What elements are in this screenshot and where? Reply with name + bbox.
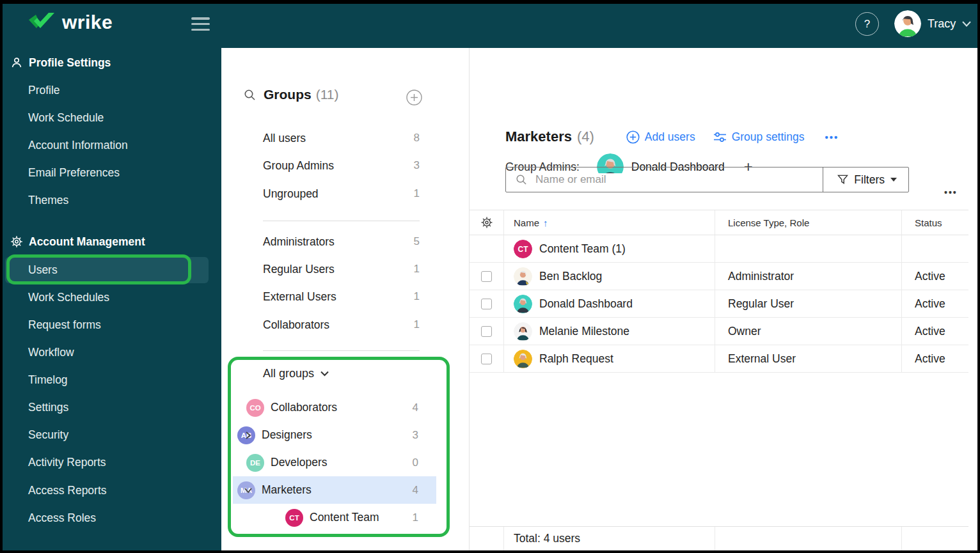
help-icon: ?: [864, 18, 870, 31]
divider: [263, 350, 420, 351]
divider: [263, 221, 420, 221]
sidebar-item-request-forms[interactable]: Request forms: [28, 311, 101, 338]
section-title: Profile Settings: [29, 56, 111, 70]
gear-icon: [10, 235, 23, 248]
group-settings-button[interactable]: Group settings: [713, 130, 805, 144]
sidebar-item-users[interactable]: Users: [28, 256, 58, 283]
table-header: Name ↑ License Type, Role Status: [470, 210, 968, 235]
groups-title: Groups: [264, 87, 312, 102]
chevron-down-icon: [320, 371, 329, 377]
sidebar-item-security[interactable]: Security: [28, 421, 68, 448]
group-row-content-team[interactable]: CT Content Team 1: [233, 504, 436, 531]
sidebar-item-account-information[interactable]: Account Information: [28, 132, 128, 159]
sidebar-item-access-roles[interactable]: Access Roles: [28, 504, 96, 531]
list-item-group-admins[interactable]: Group Admins 3: [263, 152, 420, 179]
list-item-external-users[interactable]: External Users 1: [263, 283, 420, 310]
sidebar: Profile Settings Profile Work Schedule A…: [0, 48, 221, 553]
sort-ascending-icon: ↑: [543, 217, 548, 228]
status-value: Active: [915, 270, 945, 283]
table-row-ben-backlog[interactable]: Ben Backlog Administrator Active: [470, 263, 968, 290]
sidebar-section-profile-settings: Profile Settings: [10, 49, 111, 76]
chevron-down-icon[interactable]: [244, 486, 253, 495]
group-avatar-content-team: CT: [514, 240, 532, 258]
header-more-button[interactable]: •••: [825, 132, 839, 143]
caret-down-icon: [890, 178, 897, 182]
group-row-collaborators[interactable]: CO Collaborators 4: [233, 394, 436, 421]
search-icon: [516, 174, 527, 185]
menu-hamburger-icon[interactable]: [191, 17, 210, 31]
row-checkbox[interactable]: [481, 354, 492, 364]
search-icon[interactable]: [244, 89, 256, 101]
member-count: (4): [577, 129, 594, 145]
users-table: Name ↑ License Type, Role Status CT Cont…: [470, 210, 968, 373]
table-row-melanie-milestone[interactable]: Melanie Milestone Owner Active: [470, 318, 968, 345]
table-footer: Total: 4 users: [470, 526, 968, 550]
user-name: Tracy: [928, 17, 956, 31]
chevron-down-icon: [962, 21, 971, 27]
group-row-marketers[interactable]: MA Marketers 4: [233, 476, 436, 504]
all-groups-dropdown[interactable]: All groups: [263, 360, 329, 387]
table-row-content-team[interactable]: CT Content Team (1): [470, 235, 968, 263]
main-panel: Marketers (4) Add users Group settings •…: [470, 48, 980, 553]
chevron-right-icon[interactable]: [244, 431, 253, 440]
user-avatar: [514, 267, 532, 286]
status-value: Active: [915, 352, 945, 366]
group-row-developers[interactable]: DE Developers 0: [233, 449, 436, 476]
add-group-icon[interactable]: [406, 90, 422, 105]
list-item-collaborators-role[interactable]: Collaborators 1: [263, 311, 420, 338]
add-users-button[interactable]: Add users: [626, 130, 695, 144]
user-avatar: [514, 350, 532, 368]
sidebar-item-timelog[interactable]: Timelog: [28, 366, 68, 393]
status-value: Active: [915, 325, 945, 338]
column-settings-gear-icon[interactable]: [480, 216, 493, 229]
person-icon: [10, 56, 23, 69]
user-avatar: [514, 295, 532, 313]
help-button[interactable]: ?: [855, 12, 879, 36]
svg-text:DE: DE: [250, 459, 260, 467]
row-checkbox[interactable]: [481, 271, 492, 282]
list-item-regular-users[interactable]: Regular Users 1: [263, 256, 420, 283]
user-menu[interactable]: Tracy: [894, 10, 971, 37]
table-row-ralph-request[interactable]: Ralph Request External User Active: [470, 345, 968, 373]
svg-text:CO: CO: [249, 404, 260, 412]
page-title: Marketers: [505, 129, 572, 145]
column-header-license[interactable]: License Type, Role: [715, 210, 902, 235]
column-header-name[interactable]: Name ↑: [504, 210, 715, 235]
search-input[interactable]: [535, 173, 823, 186]
sidebar-item-activity-reports[interactable]: Activity Reports: [28, 449, 106, 476]
column-header-status[interactable]: Status: [902, 210, 968, 235]
user-avatar: [514, 322, 532, 341]
total-users: Total: 4 users: [514, 532, 580, 545]
wrike-logo[interactable]: wrike: [28, 11, 113, 34]
groups-count: (11): [316, 87, 339, 102]
table-more-button[interactable]: •••: [944, 187, 958, 198]
sidebar-item-access-reports[interactable]: Access Reports: [28, 477, 107, 504]
svg-text:CT: CT: [518, 244, 529, 253]
list-item-ungrouped[interactable]: Ungrouped 1: [263, 180, 420, 207]
sidebar-item-work-schedule[interactable]: Work Schedule: [28, 104, 104, 131]
sidebar-item-settings[interactable]: Settings: [28, 394, 68, 421]
list-item-all-users[interactable]: All users 8: [263, 125, 420, 152]
logo-text: wrike: [62, 12, 113, 33]
sidebar-item-work-schedules[interactable]: Work Schedules: [28, 284, 109, 311]
sliders-icon: [713, 132, 727, 143]
svg-text:CT: CT: [289, 514, 299, 522]
group-avatar-content-team: CT: [285, 509, 303, 527]
sidebar-item-workflow[interactable]: Workflow: [28, 339, 74, 366]
row-checkbox[interactable]: [481, 299, 492, 309]
user-avatar: [894, 10, 921, 37]
status-value: Active: [915, 297, 945, 311]
main-header: Marketers (4) Add users Group settings •…: [505, 129, 839, 145]
group-avatar-developers: DE: [246, 454, 264, 472]
user-search-bar: Filters: [505, 167, 909, 192]
topbar: wrike ? Tracy: [0, 0, 980, 48]
row-checkbox[interactable]: [481, 326, 492, 337]
list-item-administrators[interactable]: Administrators 5: [263, 228, 420, 255]
filters-button[interactable]: Filters: [823, 167, 908, 192]
table-row-donald-dashboard[interactable]: Donald Dashboard Regular User Active: [470, 290, 968, 318]
sidebar-item-profile[interactable]: Profile: [28, 77, 60, 104]
sidebar-item-themes[interactable]: Themes: [28, 187, 68, 214]
section-title: Account Management: [29, 235, 145, 249]
group-row-designers[interactable]: AB Designers 3: [233, 421, 436, 449]
sidebar-item-email-preferences[interactable]: Email Preferences: [28, 159, 120, 186]
